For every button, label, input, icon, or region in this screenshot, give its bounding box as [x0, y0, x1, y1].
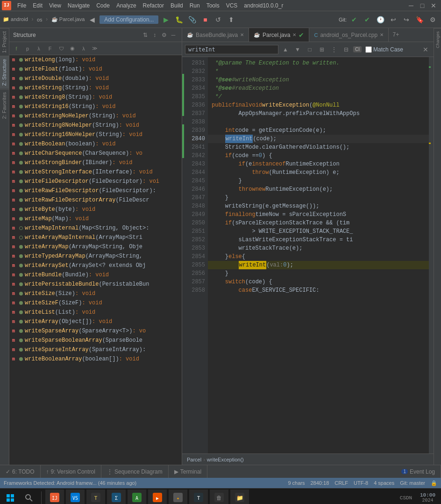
git-undo-button[interactable]: ↩	[388, 14, 399, 25]
filter-more-btn[interactable]: ≫	[90, 43, 100, 54]
list-item[interactable]: mwriteBoolean(boolean): void	[9, 139, 182, 149]
taskbar-app-t[interactable]: T	[86, 490, 105, 504]
breadcrumb-file[interactable]: ☕ Parcel.java	[51, 16, 85, 22]
list-item[interactable]: mwriteString16(String): void	[9, 102, 182, 111]
search-next-button[interactable]: ▼	[292, 44, 303, 55]
add-config-button[interactable]: Add Configuration...	[100, 15, 158, 24]
run-button[interactable]: ▶	[160, 14, 171, 25]
list-item[interactable]: mwriteTypedArrayMap(ArrayMap<String,	[9, 252, 182, 261]
status-chars[interactable]: 9 chars	[288, 480, 305, 486]
list-item[interactable]: mwriteBundle(Bundle): void	[9, 270, 182, 280]
list-item[interactable]: mwriteSizeF(SizeF): void	[9, 298, 182, 308]
tab-cpp[interactable]: C android_os_Parcel.cpp ✕	[309, 28, 389, 42]
taskbar-intellij-app[interactable]: IJ	[45, 490, 64, 504]
list-item[interactable]: mwriteSparseIntArray(SparseIntArray):	[9, 345, 182, 354]
filter-lambda-btn[interactable]: λ	[34, 43, 44, 54]
status-encoding[interactable]: UTF-8	[354, 480, 368, 486]
list-item[interactable]: mwriteMapInternal(Map<String, Object>:	[9, 223, 182, 233]
git-checkmark-button[interactable]: ✔	[349, 14, 360, 25]
menu-file[interactable]: File	[14, 1, 29, 10]
debug-button[interactable]: 🐛	[173, 14, 185, 25]
filter-lambda2-btn[interactable]: λ	[78, 43, 89, 54]
attach-button[interactable]: 📎	[186, 14, 198, 25]
status-lock-icon[interactable]: 🔒	[431, 480, 437, 486]
taskbar-notification-area[interactable]: CSDN	[398, 490, 414, 504]
git-redo-button[interactable]: ↪	[401, 14, 412, 25]
filter-props-btn[interactable]: p	[22, 43, 33, 54]
list-item[interactable]: mwriteString16NoHelper(String): void	[9, 130, 182, 139]
bottom-tab-eventlog[interactable]: 1 Event Log	[396, 465, 441, 478]
bottom-tab-terminal[interactable]: ▶ Terminal	[169, 465, 207, 478]
sidebar-label-structure[interactable]: Z: Structure	[0, 56, 9, 88]
rerun-button[interactable]: ↺	[213, 14, 224, 25]
taskbar-app-folder[interactable]: 📁	[230, 490, 249, 504]
menu-tools[interactable]: Tools	[203, 1, 223, 10]
list-item[interactable]: mwriteArraySet(ArraySet<? extends Obj	[9, 261, 182, 270]
taskbar-app-star[interactable]: ✦	[169, 490, 187, 504]
bottom-tab-todo[interactable]: ✓ 6: TODO	[0, 465, 41, 478]
tab-parcel[interactable]: ☕ Parcel.java ✕ ✔	[249, 28, 309, 42]
minimize-button[interactable]: ─	[405, 0, 417, 11]
bookmark-button[interactable]: 🔖	[414, 14, 425, 25]
sidebar-label-favorites[interactable]: 2: Favorites	[0, 89, 9, 122]
list-item[interactable]: mwriteList(List): void	[9, 308, 182, 317]
list-item[interactable]: mwriteCharSequence(CharSequence): vo	[9, 149, 182, 158]
sidebar-close-btn[interactable]: ─	[169, 30, 178, 40]
search-close-button[interactable]: ✕	[420, 44, 431, 55]
code-content[interactable]: * @param e The Exception to be written. …	[208, 57, 429, 454]
breadcrumb-os[interactable]: os	[37, 17, 43, 22]
menu-view[interactable]: View	[46, 1, 64, 10]
list-item[interactable]: mwriteArray(Object[]): void	[9, 317, 182, 326]
menu-project[interactable]: android10.0.0_r	[241, 1, 286, 10]
maximize-button[interactable]: □	[417, 0, 428, 11]
list-item[interactable]: mwriteSparseArray(SparseArray<T>): vo	[9, 326, 182, 336]
status-indent[interactable]: 4 spaces	[374, 480, 394, 486]
taskbar-app-trash[interactable]: 🗑	[210, 490, 228, 504]
search-filter2-button[interactable]: ⊟	[341, 44, 351, 55]
sidebar-sort-alpha-btn[interactable]: ⇅	[141, 30, 150, 40]
stop-button[interactable]: ■	[199, 14, 211, 25]
list-item[interactable]: mwriteStrongBinder(IBinder): void	[9, 158, 182, 167]
git-clock-button[interactable]: 🕐	[375, 14, 386, 25]
menu-build[interactable]: Build	[167, 1, 186, 10]
taskbar-app-a[interactable]: A	[128, 490, 146, 504]
list-item[interactable]: mwriteArrayMap(ArrayMap<String, Obje	[9, 242, 182, 252]
back-nav-button[interactable]: ◀	[86, 14, 98, 25]
list-item[interactable]: mwriteString8(String): void	[9, 93, 182, 102]
status-git[interactable]: Git: master	[400, 480, 425, 486]
list-item[interactable]: mwriteSparseBooleanArray(SparseBoole	[9, 336, 182, 345]
menu-code[interactable]: Code	[93, 1, 113, 10]
status-crlf[interactable]: CRLF	[334, 480, 348, 486]
list-item[interactable]: mwriteStrongInterface(IInterface): void	[9, 167, 182, 177]
breadcrumb-android[interactable]: 📁 android	[3, 16, 28, 22]
tab-close-cpp[interactable]: ✕	[380, 32, 384, 37]
search-filter-button[interactable]: ⊞	[317, 44, 327, 55]
bottom-tab-sequence[interactable]: ⋮ Sequence Diagram	[101, 465, 169, 478]
git-update-button[interactable]: ✔	[362, 14, 373, 25]
menu-navigate[interactable]: Navigate	[64, 1, 93, 10]
taskbar-app-t2[interactable]: T	[189, 490, 208, 504]
list-item[interactable]: mwriteDouble(double): void	[9, 74, 182, 83]
taskbar-app-play[interactable]: ▶	[148, 490, 167, 504]
menu-refactor[interactable]: Refactor	[140, 1, 167, 10]
list-item[interactable]: mwriteRawFileDescriptor(FileDescriptor):	[9, 186, 182, 195]
taskbar-vscode-app[interactable]: VS	[66, 490, 85, 504]
list-item[interactable]: mwriteFileDescriptor(FileDescriptor): vo…	[9, 177, 182, 186]
list-item[interactable]: mwriteStringNoHelper(String): void	[9, 111, 182, 121]
tab-close-basebundle[interactable]: ✕	[240, 32, 244, 37]
list-item[interactable]: mwriteFloat(float): void	[9, 65, 182, 74]
right-label-1[interactable]: Changes	[434, 28, 441, 51]
filter-icons-btn[interactable]: F	[45, 43, 55, 54]
status-position[interactable]: 2840:18	[311, 480, 329, 486]
list-item[interactable]: mwriteLong(long): void	[9, 55, 182, 65]
update-button[interactable]: ⬆	[226, 14, 237, 25]
list-item[interactable]: mwriteBooleanArray(boolean[]): void	[9, 354, 182, 364]
match-case-checkbox[interactable]	[365, 46, 372, 53]
list-item[interactable]: mwriteString(String): void	[9, 83, 182, 93]
list-item[interactable]: mwriteByte(byte): void	[9, 205, 182, 214]
sidebar-sort-order-btn[interactable]: ↕	[150, 30, 159, 40]
list-item[interactable]: mwriteString8NoHelper(String): void	[9, 121, 182, 130]
filter-circle-btn[interactable]: ◉	[67, 43, 78, 54]
close-button[interactable]: ✕	[428, 0, 439, 11]
breadcrumb-parcel[interactable]: Parcel	[187, 457, 201, 462]
